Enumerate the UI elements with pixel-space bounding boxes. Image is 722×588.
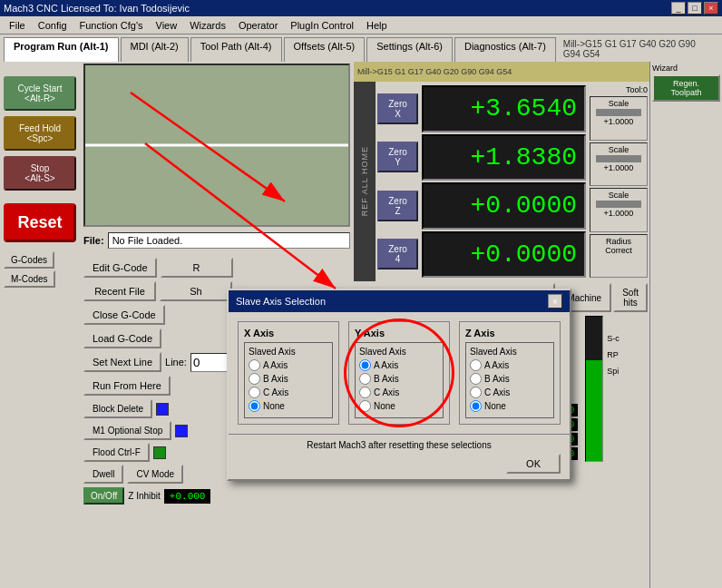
x-radio-b: B Axis — [249, 373, 328, 385]
tab-program-run[interactable]: Program Run (Alt-1) — [4, 37, 119, 62]
menu-help[interactable]: Help — [361, 19, 393, 32]
z-radio-c: C Axis — [470, 387, 550, 398]
y-radio-b-input[interactable] — [359, 373, 371, 385]
y-radio-c-input[interactable] — [359, 387, 371, 398]
title-text: Mach3 CNC Licensed To: Ivan Todosijevic — [4, 3, 190, 14]
z-radio-none: None — [470, 400, 550, 412]
dialog-close-button[interactable]: × — [548, 294, 562, 309]
z-radio-a-input[interactable] — [470, 359, 482, 371]
z-slave-group: Slaved Axis A Axis B Axis C Axis None — [465, 342, 554, 418]
menu-function-cfgs[interactable]: Function Cfg's — [74, 19, 149, 32]
menu-file[interactable]: File — [4, 19, 31, 32]
tab-tool-path[interactable]: Tool Path (Alt-4) — [190, 37, 282, 62]
extra-gcodes: Mill->G15 G1 G17 G40 G20 G90 G94 G54 — [558, 36, 718, 62]
title-bar: Mach3 CNC Licensed To: Ivan Todosijevic … — [0, 0, 722, 16]
maximize-button[interactable]: □ — [688, 2, 702, 15]
x-slave-title: Slaved Axis — [249, 347, 328, 357]
dialog-footer-text: Restart Mach3 after resetting these sele… — [307, 440, 491, 450]
x-axis-group: X Axis Slaved Axis A Axis B Axis C Axis — [238, 321, 339, 425]
dialog-overlay: Slave Axis Selection × X Axis Slaved Axi… — [0, 62, 722, 588]
y-radio-b: B Axis — [359, 373, 439, 385]
menu-view[interactable]: View — [151, 19, 183, 32]
x-radio-c-input[interactable] — [249, 387, 260, 398]
menu-plugin-control[interactable]: PlugIn Control — [285, 19, 359, 32]
main-layout: Cycle Start<Alt-R> Feed Hold<Spc> Stop<A… — [0, 62, 722, 588]
tab-offsets[interactable]: Offsets (Alt-5) — [284, 37, 366, 62]
x-radio-b-input[interactable] — [249, 373, 260, 385]
dialog-title-bar[interactable]: Slave Axis Selection × — [229, 290, 570, 312]
dialog-body: X Axis Slaved Axis A Axis B Axis C Axis — [229, 312, 570, 434]
dialog-ok-button[interactable]: OK — [506, 454, 561, 474]
z-radio-a: A Axis — [470, 359, 550, 371]
y-radio-a-input[interactable] — [359, 359, 371, 371]
y-radio-none-input[interactable] — [359, 400, 371, 412]
x-slave-group: Slaved Axis A Axis B Axis C Axis None — [244, 342, 333, 418]
y-radio-c: C Axis — [359, 387, 439, 398]
x-radio-c: C Axis — [249, 387, 328, 398]
z-radio-none-input[interactable] — [470, 400, 482, 412]
menu-wizards[interactable]: Wizards — [184, 19, 231, 32]
menu-bar: File Config Function Cfg's View Wizards … — [0, 16, 722, 34]
minimize-button[interactable]: _ — [671, 2, 686, 15]
svg-line-3 — [145, 143, 336, 289]
x-radio-none: None — [249, 400, 328, 412]
slave-axis-dialog: Slave Axis Selection × X Axis Slaved Axi… — [227, 289, 571, 481]
x-radio-none-input[interactable] — [249, 400, 260, 412]
tab-settings[interactable]: Settings (Alt-6) — [366, 37, 453, 62]
x-radio-a-input[interactable] — [249, 359, 260, 371]
z-radio-b-input[interactable] — [470, 373, 482, 385]
x-axis-title: X Axis — [244, 328, 333, 338]
y-slave-title: Slaved Axis — [359, 347, 439, 357]
menu-operator[interactable]: Operator — [233, 19, 283, 32]
nav-tabs: Program Run (Alt-1) MDI (Alt-2) Tool Pat… — [0, 34, 722, 62]
tab-diagnostics[interactable]: Diagnostics (Alt-7) — [454, 37, 556, 62]
y-axis-group: Y Axis Slaved Axis A Axis B Axis C Axis — [348, 321, 450, 425]
z-axis-title: Z Axis — [465, 328, 554, 338]
z-slave-title: Slaved Axis — [470, 347, 550, 357]
tab-mdi[interactable]: MDI (Alt-2) — [121, 37, 189, 62]
y-radio-a: A Axis — [359, 359, 439, 371]
z-radio-b: B Axis — [470, 373, 550, 385]
close-button[interactable]: × — [704, 2, 718, 15]
dialog-title-text: Slave Axis Selection — [236, 296, 326, 307]
y-radio-none: None — [359, 400, 439, 412]
y-axis-title: Y Axis — [355, 328, 444, 338]
y-slave-group: Slaved Axis A Axis B Axis C Axis None — [355, 342, 444, 418]
x-radio-a: A Axis — [249, 359, 328, 371]
menu-config[interactable]: Config — [33, 19, 73, 32]
z-radio-c-input[interactable] — [470, 387, 482, 398]
dialog-footer: Restart Mach3 after resetting these sele… — [229, 434, 570, 479]
z-axis-group: Z Axis Slaved Axis A Axis B Axis C Axis — [459, 321, 561, 425]
